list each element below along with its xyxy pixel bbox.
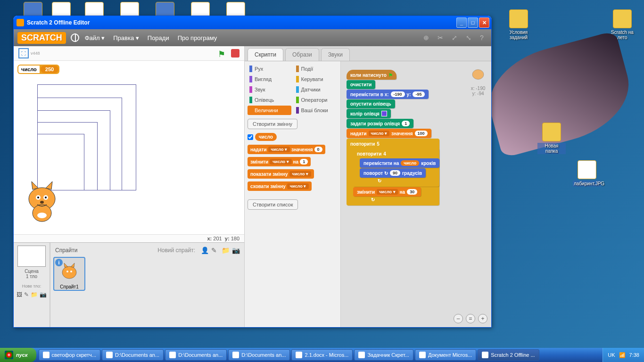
tab-scripts[interactable]: Скрипти <box>248 48 283 61</box>
menubar: SCRATCH Файл ▾ Правка ▾ Поради Про прогр… <box>14 29 491 46</box>
taskbar: пуск светофор скретч...D:\Documents an..… <box>0 348 644 362</box>
block-set-variable[interactable]: надатичисло ▾значення0 <box>248 145 325 154</box>
minimize-button[interactable]: _ <box>456 17 467 28</box>
make-variable-button[interactable]: Створити змінну <box>248 119 297 129</box>
version-label: v448 <box>31 51 40 56</box>
tab-sounds[interactable]: Звуки <box>321 48 350 61</box>
sprites-label: Спрайти <box>55 247 77 254</box>
clock[interactable]: 7:38 <box>629 352 639 358</box>
fullscreen-icon[interactable]: ⛶ <box>18 48 29 58</box>
desktop-folder-conditions[interactable]: Условия заданий <box>504 9 533 40</box>
block-turn[interactable]: поворот ↻90градусів <box>360 168 426 178</box>
green-flag-button[interactable]: ⚑ <box>218 49 226 58</box>
category-pen[interactable]: Олівець <box>248 95 291 105</box>
menu-file[interactable]: Файл ▾ <box>85 34 105 41</box>
backdrop-library-icon[interactable]: 🖼 <box>17 291 22 297</box>
variable-pill[interactable]: число <box>255 133 277 141</box>
menu-about[interactable]: Про програму <box>178 34 217 41</box>
variable-checkbox[interactable] <box>248 134 253 140</box>
duplicate-icon[interactable]: ⊕ <box>423 34 431 41</box>
block-goto[interactable]: перемістити в x:-190y:-95 <box>347 90 429 99</box>
svg-point-9 <box>37 213 47 218</box>
sprite-thumbnail[interactable]: i Спрайт1 <box>53 257 85 291</box>
svg-point-15 <box>472 70 484 80</box>
category-operators[interactable]: Оператори <box>294 95 338 105</box>
taskbar-item[interactable]: D:\Documents an... <box>228 349 290 361</box>
stage-coords: x: 201 y: 180 <box>14 234 244 242</box>
menu-tips[interactable]: Поради <box>148 34 169 41</box>
backdrop-paint-icon[interactable]: ✎ <box>24 291 29 297</box>
new-sprite-label: Новий спрайт: <box>157 247 195 254</box>
category-data[interactable]: Величини <box>248 106 291 115</box>
stage-thumbnail[interactable] <box>17 246 46 267</box>
titlebar[interactable]: Scratch 2 Offline Editor _ □ ✕ <box>14 16 491 29</box>
block-pen-color[interactable]: колір олівця <box>347 109 391 118</box>
maximize-button[interactable]: □ <box>468 17 478 28</box>
backdrop-count: 1 тло <box>17 274 47 279</box>
zoom-out-button[interactable]: – <box>454 314 463 323</box>
desktop-file-labyrinth[interactable]: лабиринт.JPG <box>573 160 601 187</box>
sprite-camera-icon[interactable]: 📷 <box>232 247 239 254</box>
help-icon[interactable]: ? <box>480 34 487 41</box>
backdrop-camera-icon[interactable]: 📷 <box>40 291 47 297</box>
taskbar-item[interactable]: Документ Micros... <box>415 349 476 361</box>
taskbar-item[interactable]: Scratch 2 Offline ... <box>478 349 539 361</box>
category-looks[interactable]: Вигляд <box>248 74 291 84</box>
taskbar-item[interactable]: Задачник Скрет... <box>354 349 413 361</box>
taskbar-item[interactable]: D:\Documents an... <box>165 349 227 361</box>
svg-point-6 <box>37 197 39 198</box>
sprite-info-display: x: -190 y: -94 <box>469 65 487 96</box>
window-title: Scratch 2 Offline Editor <box>27 19 455 26</box>
taskbar-item[interactable]: светофор скретч... <box>39 349 100 361</box>
stop-button[interactable] <box>231 49 239 58</box>
desktop-folder-scratch-summer[interactable]: Scratch на лето <box>608 9 636 40</box>
category-motion[interactable]: Рух <box>248 64 291 74</box>
block-repeat-outer[interactable]: повторити5 повторити4 перемістити начисл… <box>347 139 439 206</box>
sprite-paint-icon[interactable]: ✎ <box>211 247 219 254</box>
backdrop-upload-icon[interactable]: 📁 <box>31 291 38 297</box>
shrink-icon[interactable]: ⤡ <box>466 34 473 41</box>
zoom-in-button[interactable]: + <box>478 314 487 323</box>
start-button[interactable]: пуск <box>0 348 36 362</box>
block-show-variable[interactable]: показати зміннучисло ▾ <box>248 169 314 179</box>
block-change-var[interactable]: змінитичисло ▾на30 <box>353 187 421 197</box>
block-change-variable[interactable]: змінитичисло ▾на1 <box>248 157 311 166</box>
category-sound[interactable]: Звук <box>248 85 291 94</box>
category-events[interactable]: Події <box>294 64 338 74</box>
wifi-icon[interactable]: 📶 <box>619 352 626 358</box>
grow-icon[interactable]: ⤢ <box>452 34 459 41</box>
make-list-button[interactable]: Створити список <box>248 199 298 210</box>
svg-marker-3 <box>46 181 52 189</box>
zoom-reset-button[interactable]: = <box>466 314 475 323</box>
block-hide-variable[interactable]: сховати зміннучисло ▾ <box>248 181 312 191</box>
language-icon[interactable] <box>71 33 79 42</box>
block-clear[interactable]: очистити <box>347 80 375 89</box>
block-move[interactable]: перемістити начислокроків <box>360 158 439 168</box>
language-indicator[interactable]: UK <box>608 352 615 358</box>
sprite-library-icon[interactable]: 👤 <box>201 247 208 254</box>
sprite-info-icon[interactable]: i <box>55 259 63 266</box>
block-pen-size[interactable]: задати розмір олівця1 <box>347 119 413 128</box>
svg-point-7 <box>45 197 47 198</box>
stage[interactable]: число 250 <box>14 61 244 234</box>
variable-monitor[interactable]: число 250 <box>17 65 59 74</box>
sprite-cat[interactable] <box>18 178 66 225</box>
delete-icon[interactable]: ✂ <box>438 34 445 41</box>
script-canvas[interactable]: x: -190 y: -94 коли натиснуто ⚑ очистити… <box>341 61 491 327</box>
category-control[interactable]: Керувати <box>294 74 338 84</box>
desktop-folder-new[interactable]: Новая папка <box>537 123 566 154</box>
close-button[interactable]: ✕ <box>479 17 489 28</box>
sprite-upload-icon[interactable]: 📁 <box>222 247 229 254</box>
system-tray[interactable]: UK 📶 7:38 <box>603 348 644 362</box>
taskbar-item[interactable]: 2.1.docx - Micros... <box>291 349 353 361</box>
block-pen-down[interactable]: опустити олівець <box>347 99 395 108</box>
taskbar-item[interactable]: D:\Documents an... <box>102 349 164 361</box>
menu-edit[interactable]: Правка ▾ <box>113 34 139 41</box>
category-sensing[interactable]: Датчики <box>294 85 338 94</box>
block-when-flag[interactable]: коли натиснуто ⚑ <box>347 70 396 80</box>
block-set-var[interactable]: надатичисло ▾значення100 <box>347 129 431 138</box>
category-more[interactable]: Ваші блоки <box>294 106 338 115</box>
variable-checkbox-row[interactable]: число <box>248 133 338 141</box>
block-repeat-inner[interactable]: повторити4 перемістити начислокроків пов… <box>353 148 439 187</box>
tab-costumes[interactable]: Образи <box>285 48 319 61</box>
